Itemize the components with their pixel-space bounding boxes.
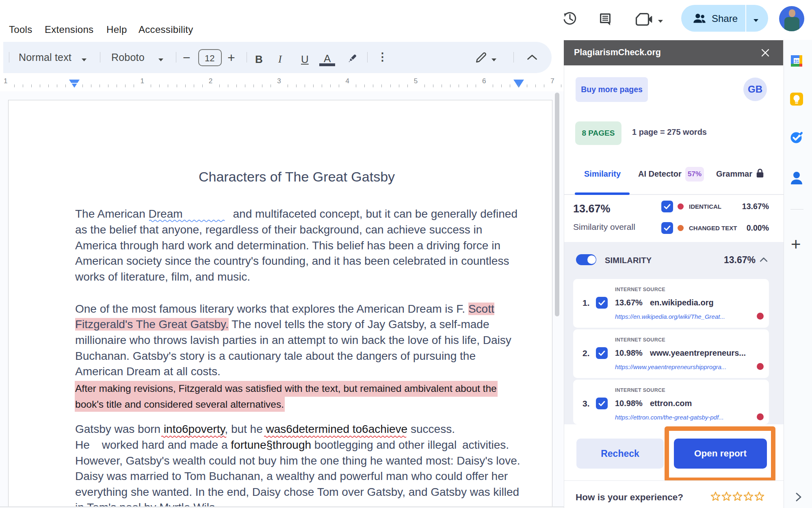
svg-text:31: 31 <box>794 59 799 64</box>
